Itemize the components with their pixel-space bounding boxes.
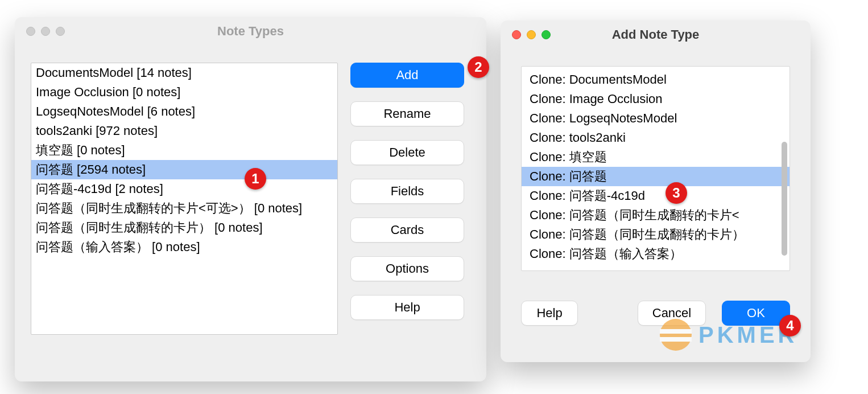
list-item[interactable]: Image Occlusion [0 notes]: [31, 83, 337, 102]
list-item[interactable]: 问答题 [2594 notes]: [31, 160, 337, 179]
note-types-window: Note Types DocumentsModel [14 notes]Imag…: [15, 17, 486, 381]
note-types-list[interactable]: DocumentsModel [14 notes]Image Occlusion…: [31, 63, 338, 335]
list-item[interactable]: 问答题-4c19d [2 notes]: [31, 179, 337, 199]
list-item[interactable]: Clone: tools2anki: [530, 128, 786, 147]
annotation-badge-3: 3: [666, 182, 687, 204]
list-item[interactable]: tools2anki [972 notes]: [31, 121, 337, 141]
list-item[interactable]: Clone: 问答题（输入答案）: [530, 244, 786, 264]
delete-button[interactable]: Delete: [350, 140, 464, 165]
window-title: Add Note Type: [501, 27, 811, 42]
list-item[interactable]: 问答题（同时生成翻转的卡片） [0 notes]: [31, 218, 337, 237]
list-item[interactable]: Clone: Image Occlusion: [530, 89, 786, 109]
annotation-badge-4: 4: [779, 315, 801, 336]
rename-button[interactable]: Rename: [350, 101, 464, 126]
cancel-button[interactable]: Cancel: [638, 301, 706, 326]
list-item[interactable]: Clone: LogseqNotesModel: [530, 109, 786, 128]
list-item[interactable]: 问答题（输入答案） [0 notes]: [31, 237, 337, 257]
list-item[interactable]: Clone: 问答题（同时生成翻转的卡片）: [530, 225, 786, 244]
options-button[interactable]: Options: [350, 256, 464, 281]
list-item[interactable]: Clone: 问答题（同时生成翻转的卡片<: [530, 206, 786, 225]
cards-button[interactable]: Cards: [350, 217, 464, 243]
add-note-type-window: Add Note Type Clone: DocumentsModelClone…: [501, 20, 811, 362]
scrollbar[interactable]: [782, 142, 787, 256]
help-button[interactable]: Help: [521, 301, 578, 326]
window-title: Note Types: [15, 24, 486, 39]
annotation-badge-2: 2: [468, 56, 489, 78]
annotation-badge-1: 1: [245, 168, 266, 190]
titlebar: Add Note Type: [501, 20, 811, 49]
clone-source-list[interactable]: Clone: DocumentsModelClone: Image Occlus…: [521, 66, 790, 271]
list-item[interactable]: Clone: DocumentsModel: [530, 70, 786, 89]
list-item[interactable]: Clone: 问答题: [522, 167, 790, 186]
titlebar: Note Types: [15, 17, 486, 46]
fields-button[interactable]: Fields: [350, 179, 464, 204]
list-item[interactable]: DocumentsModel [14 notes]: [31, 63, 337, 83]
dialog-footer: Help Cancel OK: [521, 301, 790, 326]
list-item[interactable]: 问答题（同时生成翻转的卡片<可选>） [0 notes]: [31, 199, 337, 218]
list-item[interactable]: 填空题 [0 notes]: [31, 141, 337, 160]
list-item[interactable]: Clone: 问答题-4c19d: [530, 186, 786, 206]
add-button[interactable]: Add: [350, 63, 464, 88]
side-buttons: Add Rename Delete Fields Cards Options H…: [350, 63, 464, 335]
list-item[interactable]: LogseqNotesModel [6 notes]: [31, 102, 337, 121]
list-item[interactable]: Clone: 填空题: [530, 147, 786, 167]
help-button[interactable]: Help: [350, 295, 464, 320]
